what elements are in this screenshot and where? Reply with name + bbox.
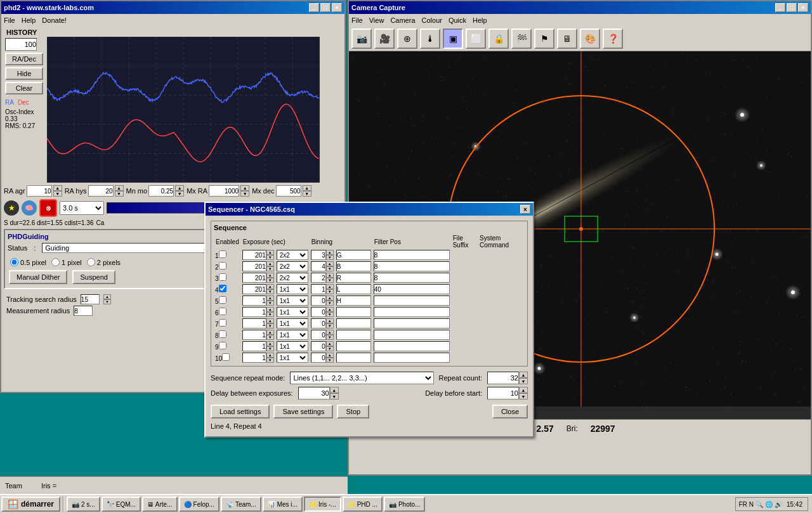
exposure-down-9[interactable]: ▼ [266,346,274,351]
stop-btn[interactable]: Stop [337,405,369,419]
cam-menu-help[interactable]: Help [473,16,487,24]
cmd-input-7[interactable] [374,318,450,328]
cam-menu-colour[interactable]: Colour [422,16,442,24]
filter-input-9[interactable] [311,341,326,351]
exposure-up-6[interactable]: ▲ [266,307,274,312]
capture-btn[interactable]: 📷 [351,29,372,49]
binning-select-7[interactable]: 2x2 1x1 3x3 [277,318,308,328]
exposure-up-9[interactable]: ▲ [266,341,274,346]
mx-ra-down[interactable]: ▼ [240,191,249,197]
row-enabled-7[interactable] [219,319,226,327]
delay-between-up[interactable]: ▲ [330,387,339,393]
mx-ra-up[interactable]: ▲ [240,185,249,191]
filter-down-9[interactable]: ▼ [326,346,334,351]
mx-dec-up[interactable]: ▲ [303,185,311,191]
exposure-select[interactable]: 3.0 s 1.0 s 5.0 s [60,201,104,215]
cmd-input-9[interactable] [374,341,450,351]
filter-up-4[interactable]: ▲ [326,284,334,289]
exposure-input-8[interactable] [242,330,266,340]
exposure-down-8[interactable]: ▼ [266,335,274,340]
ra-hys-down[interactable]: ▼ [115,191,124,197]
filter-input-4[interactable] [311,284,326,294]
filter-down-3[interactable]: ▼ [326,278,334,283]
exposure-up-2[interactable]: ▲ [266,261,274,266]
exposure-up-5[interactable]: ▲ [266,295,274,301]
delay-between-input[interactable] [298,387,330,399]
cam-minimize-btn[interactable]: _ [775,3,785,12]
exposure-input-4[interactable] [242,284,266,294]
radio-1px[interactable]: 1 pixel [51,258,82,266]
row-enabled-3[interactable] [219,273,226,281]
ra-agr-up[interactable]: ▲ [53,185,62,191]
exposure-input-2[interactable] [242,261,266,271]
row-enabled-2[interactable] [219,262,226,269]
filter-down-8[interactable]: ▼ [326,335,334,340]
cmd-input-4[interactable] [374,284,450,294]
exposure-input-7[interactable] [242,318,266,328]
suffix-input-6[interactable] [336,307,371,317]
filter-down-10[interactable]: ▼ [326,358,334,363]
cam-maximize-btn[interactable]: □ [787,3,797,12]
filter-input-2[interactable] [311,261,326,271]
exposure-down-5[interactable]: ▼ [266,301,274,306]
filter-up-5[interactable]: ▲ [326,295,334,301]
measurement-input[interactable] [74,306,93,316]
suffix-input-2[interactable] [336,261,371,271]
exposure-up-3[interactable]: ▲ [266,273,274,278]
suffix-input-4[interactable] [336,284,371,294]
filter-up-1[interactable]: ▲ [326,250,334,255]
cmd-input-3[interactable] [374,273,450,283]
filter-input-5[interactable] [311,295,326,306]
filter-up-3[interactable]: ▲ [326,273,334,278]
cam-menu-file[interactable]: File [351,16,363,24]
repeat-count-up[interactable]: ▲ [519,372,528,378]
save-settings-btn[interactable]: Save settings [273,405,333,419]
mn-mo-input[interactable] [148,185,174,197]
cmd-input-10[interactable] [374,353,450,363]
hide-button[interactable]: Hide [5,67,43,80]
taskbar-item-team[interactable]: 📡 Team... [221,497,261,512]
color-btn[interactable]: 🎨 [580,29,600,49]
row-enabled-9[interactable] [219,342,226,349]
exposure-input-5[interactable] [242,295,266,306]
ra-dec-button[interactable]: RA/Dec [5,53,43,65]
tracking-search-down[interactable]: ▼ [103,299,111,304]
delay-before-down[interactable]: ▼ [519,393,528,399]
mx-dec-input[interactable] [276,185,301,197]
exposure-down-7[interactable]: ▼ [266,323,274,328]
filter-down-7[interactable]: ▼ [326,323,334,328]
lock-btn[interactable]: 🔒 [488,29,509,49]
binning-select-3[interactable]: 2x2 1x1 3x3 [277,273,308,283]
exposure-input-6[interactable] [242,307,266,317]
exposure-down-1[interactable]: ▼ [266,255,274,260]
suffix-input-8[interactable] [336,330,371,340]
filter-up-2[interactable]: ▲ [326,261,334,266]
taskbar-item-mes[interactable]: 📊 Mes i... [263,497,303,512]
repeat-count-down[interactable]: ▼ [519,378,528,384]
repeat-count-input[interactable] [487,372,519,384]
flag-btn[interactable]: 🏁 [511,29,532,49]
close-btn[interactable]: × [332,3,342,12]
mn-mo-up[interactable]: ▲ [175,185,184,191]
mx-ra-input[interactable] [209,185,239,197]
cam-menu-quick[interactable]: Quick [449,16,466,24]
suffix-input-1[interactable] [336,250,371,260]
ra-hys-up[interactable]: ▲ [115,185,124,191]
menu-file[interactable]: File [4,16,15,24]
taskbar-item-arte[interactable]: 🖥 Arte... [142,497,178,512]
tracking-search-up[interactable]: ▲ [103,294,111,299]
exposure-input-1[interactable] [242,250,266,260]
help-icon-btn[interactable]: ❓ [603,29,623,49]
filter-down-6[interactable]: ▼ [326,312,334,317]
cam-close-btn[interactable]: × [798,3,808,12]
delay-before-up[interactable]: ▲ [519,387,528,393]
clear-button[interactable]: Clear [5,82,43,94]
filter-input-6[interactable] [311,307,326,317]
repeat-mode-select[interactable]: Lines (1,1... 2,2... 3,3...) Full sequen… [290,372,433,384]
binning-select-2[interactable]: 2x2 1x1 3x3 [277,261,308,271]
filter-down-4[interactable]: ▼ [326,289,334,294]
mn-mo-down[interactable]: ▼ [175,191,184,197]
suspend-btn[interactable]: Suspend [72,270,115,284]
taskbar-item-felop[interactable]: 🔵 Felop... [179,497,219,512]
maximize-btn[interactable]: □ [320,3,331,12]
